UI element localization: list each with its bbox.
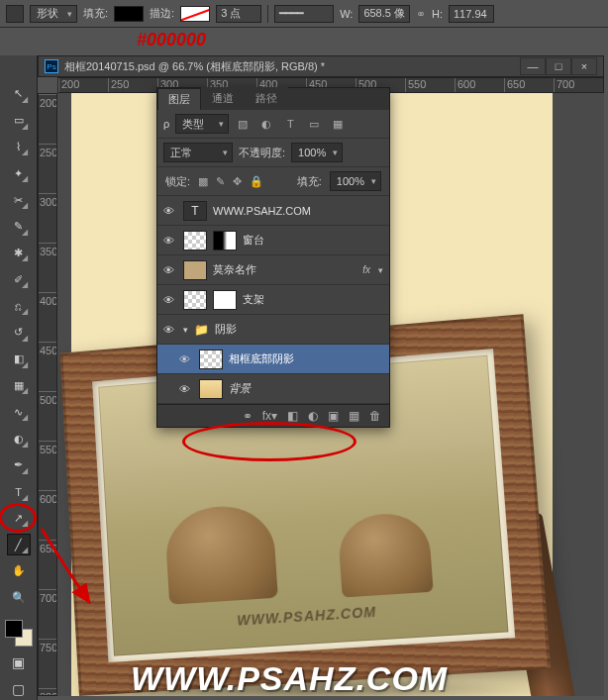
tab-paths[interactable]: 路径: [245, 87, 288, 110]
history-brush-tool[interactable]: ↺◢: [7, 322, 31, 344]
fill-opacity-input[interactable]: 100%: [330, 171, 381, 191]
layer-fx-icon[interactable]: fx▾: [262, 409, 277, 423]
layer-monet[interactable]: 👁 莫奈名作 fx▾: [157, 255, 389, 285]
separator: [267, 5, 268, 23]
panel-tabs: 图层 通道 路径: [157, 88, 389, 110]
type-tool[interactable]: T◢: [7, 481, 31, 503]
folder-icon: 📁: [194, 323, 209, 337]
crop-tool[interactable]: ✂◢: [7, 189, 31, 211]
lock-position-icon[interactable]: ✥: [233, 175, 242, 188]
layers-panel: 图层 通道 路径 ρ 类型 ▧ ◐ T ▭ ▦ 正常 不透明度: 100% 锁定…: [156, 87, 390, 428]
visibility-icon[interactable]: 👁: [163, 205, 177, 217]
window-close-button[interactable]: ×: [571, 57, 597, 75]
height-label: H:: [432, 8, 443, 20]
group-icon[interactable]: ▣: [328, 409, 339, 423]
blend-mode-dropdown[interactable]: 正常: [163, 143, 233, 162]
annotation-fill-hex: #000000: [137, 30, 206, 50]
stroke-label: 描边:: [150, 6, 174, 21]
gradient-tool[interactable]: ▦◢: [7, 375, 31, 397]
dodge-tool[interactable]: ◐◢: [7, 428, 31, 450]
visibility-icon[interactable]: 👁: [163, 264, 177, 276]
height-input[interactable]: 117.94: [449, 5, 494, 23]
visibility-icon[interactable]: 👁: [179, 383, 193, 395]
filter-kind-dropdown[interactable]: 类型: [175, 114, 229, 134]
opacity-label: 不透明度:: [239, 146, 285, 160]
stroke-width-input[interactable]: 3 点: [216, 5, 261, 23]
magic-wand-tool[interactable]: ✦◢: [7, 162, 31, 184]
layers-footer: ⚭ fx▾ ◧ ◐ ▣ ▦ 🗑: [157, 404, 389, 427]
foreground-color[interactable]: [5, 620, 23, 638]
window-minimize-button[interactable]: —: [520, 57, 546, 75]
quickmask-tool[interactable]: ▣: [7, 651, 31, 673]
tool-preset-icon[interactable]: [6, 5, 24, 23]
fill-swatch[interactable]: [114, 6, 144, 22]
lock-all-icon[interactable]: 🔒: [250, 175, 263, 188]
hand-tool[interactable]: ✋: [7, 560, 31, 582]
path-select-tool[interactable]: ↗◢: [7, 508, 31, 530]
layer-list: 👁 T WWW.PSAHZ.COM 👁 窗台 👁 莫奈名作 fx▾ 👁 支架 👁…: [157, 196, 389, 404]
fill-label: 填充:: [83, 6, 108, 21]
shape-mode-dropdown[interactable]: 形状: [30, 5, 77, 23]
lasso-tool[interactable]: ⌇◢: [7, 137, 31, 158]
new-layer-icon[interactable]: ▦: [349, 409, 359, 423]
link-icon[interactable]: ⚭: [416, 7, 426, 21]
opacity-input[interactable]: 100%: [291, 143, 343, 162]
healing-tool[interactable]: ✱◢: [7, 243, 31, 264]
tab-channels[interactable]: 通道: [201, 87, 245, 110]
adjustment-layer-icon[interactable]: ◐: [308, 409, 318, 423]
stroke-swatch[interactable]: [180, 6, 210, 22]
lock-transparency-icon[interactable]: ▩: [198, 175, 208, 188]
lock-label: 锁定:: [165, 174, 190, 189]
visibility-icon[interactable]: 👁: [163, 324, 177, 336]
filter-icons[interactable]: ▧ ◐ T ▭ ▦: [235, 118, 346, 131]
ruler-vertical[interactable]: 200250300350400450500550600650700750800: [38, 93, 57, 696]
pen-tool[interactable]: ✒◢: [7, 454, 31, 476]
eraser-tool[interactable]: ◧◢: [7, 349, 31, 370]
visibility-icon[interactable]: 👁: [163, 294, 177, 306]
fill-opacity-label: 填充:: [297, 174, 322, 189]
layer-background[interactable]: 👁 背景: [157, 374, 389, 404]
document-titlebar: Ps 相框20140715.psd @ 66.7% (相框底部阴影, RGB/8…: [38, 55, 604, 77]
fx-badge[interactable]: fx: [362, 264, 370, 275]
width-label: W:: [340, 8, 353, 20]
line-tool[interactable]: ╱◢: [7, 534, 31, 555]
layer-stand[interactable]: 👁 支架: [157, 285, 389, 315]
brush-tool[interactable]: ✐◢: [7, 268, 31, 290]
layer-frame-shadow[interactable]: 👁 相框底部阴影: [157, 345, 389, 374]
filter-shape-icon[interactable]: ▭: [306, 118, 322, 131]
tab-layers[interactable]: 图层: [157, 88, 201, 110]
ps-icon: Ps: [45, 59, 58, 73]
stroke-style-dropdown[interactable]: ━━━━: [274, 5, 334, 23]
layer-text[interactable]: 👁 T WWW.PSAHZ.COM: [157, 196, 389, 226]
stamp-tool[interactable]: ⎌◢: [7, 295, 31, 317]
filter-type-icon[interactable]: T: [282, 118, 298, 131]
filter-pixel-icon[interactable]: ▧: [235, 118, 251, 131]
color-swatches[interactable]: [5, 620, 33, 648]
delete-layer-icon[interactable]: 🗑: [369, 409, 381, 423]
visibility-icon[interactable]: 👁: [179, 353, 193, 365]
layer-windowsill[interactable]: 👁 窗台: [157, 226, 389, 255]
page-watermark: WWW.PSAHZ.COM: [131, 659, 448, 696]
filter-smart-icon[interactable]: ▦: [330, 118, 346, 131]
eyedropper-tool[interactable]: ✎◢: [7, 216, 31, 238]
zoom-tool[interactable]: 🔍: [7, 587, 31, 609]
screenmode-tool[interactable]: ▢: [7, 678, 31, 700]
link-layers-icon[interactable]: ⚭: [243, 409, 253, 423]
tools-panel: ↖◢ ▭◢ ⌇◢ ✦◢ ✂◢ ✎◢ ✱◢ ✐◢ ⎌◢ ↺◢ ◧◢ ▦◢ ∿◢ ◐…: [0, 55, 38, 700]
lock-paint-icon[interactable]: ✎: [216, 175, 225, 188]
filter-adjust-icon[interactable]: ◐: [258, 118, 274, 131]
options-bar: 形状 填充: 描边: 3 点 ━━━━ W: 658.5 像 ⚭ H: 117.…: [0, 0, 608, 28]
frame-watermark: WWW.PSAHZ.COM: [237, 604, 377, 629]
width-input[interactable]: 658.5 像: [358, 5, 410, 23]
move-tool[interactable]: ↖◢: [7, 83, 31, 105]
visibility-icon[interactable]: 👁: [163, 235, 177, 247]
layer-mask-icon[interactable]: ◧: [287, 409, 298, 423]
blur-tool[interactable]: ∿◢: [7, 401, 31, 423]
window-maximize-button[interactable]: □: [546, 57, 571, 75]
document-title: 相框20140715.psd @ 66.7% (相框底部阴影, RGB/8) *: [64, 59, 520, 74]
marquee-tool[interactable]: ▭◢: [7, 110, 31, 132]
layer-group-shadow[interactable]: 👁 ▾ 📁 阴影: [157, 315, 389, 345]
